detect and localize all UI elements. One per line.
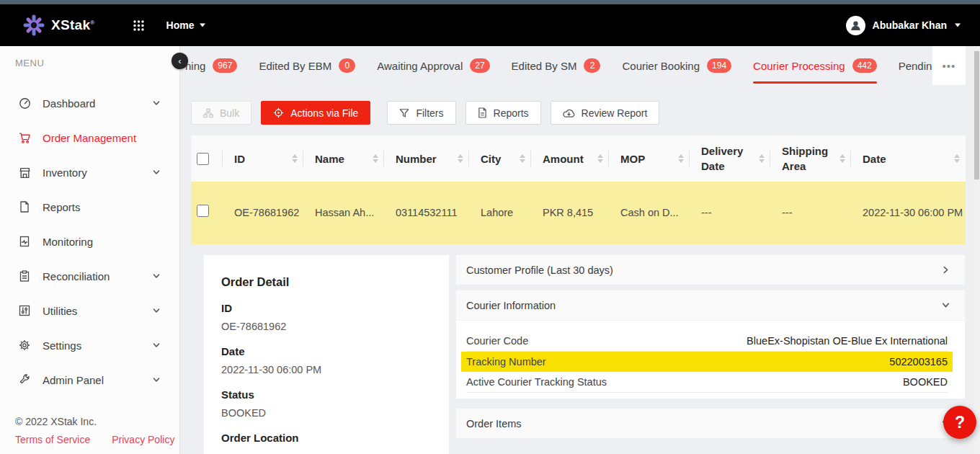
page-scrollbar[interactable] [974,46,980,454]
help-button[interactable]: ? [943,406,976,439]
tab-courier-booking[interactable]: Courier Booking 194 [622,46,731,85]
cell-shipping-area: --- [770,205,851,221]
column-header-delivery-date[interactable]: Delivery Date [690,135,770,182]
sort-icon[interactable] [458,154,463,163]
select-all-checkbox[interactable] [197,153,209,165]
sidebar-item-label: Monitoring [43,236,93,248]
courier-code-row: Courier Code BlueEx-Shopistan OE-Blue Ex… [466,331,948,352]
tab-edited-by-ebm[interactable]: Edited By EBM 0 [259,46,355,85]
user-menu[interactable]: Abubakar Khan [846,16,961,35]
sidebar-item-order-management[interactable]: Order Management [0,120,179,155]
tracking-number-label: Tracking Number [466,356,546,368]
cell-date: 2022-11-30 06:00 PM [851,205,966,221]
sidebar-item-label: Dashboard [43,97,95,110]
tab-edited-by-sm[interactable]: Edited By SM 2 [512,46,601,85]
sort-icon[interactable] [954,154,960,163]
target-icon [273,107,284,118]
xstak-logo-icon [23,14,45,36]
column-header-name[interactable]: Name [303,135,384,182]
scrollbar-thumb[interactable] [974,51,979,179]
tab-truncated[interactable]: ning 967 [185,46,237,85]
chevron-down-icon [152,306,161,315]
sort-icon[interactable] [373,154,378,163]
home-menu[interactable]: Home [166,19,207,31]
column-header-mop[interactable]: MOP [609,135,690,182]
sort-icon[interactable] [597,154,603,163]
filters-button[interactable]: Filters [387,101,455,125]
tab-label: ning [185,60,205,72]
bulk-icon [203,108,213,118]
column-header-date[interactable]: Date [851,135,966,182]
brand-logo[interactable]: XStak® [23,14,95,36]
sort-icon[interactable] [839,154,845,163]
row-checkbox[interactable] [197,205,209,217]
tracking-number-value: 5022003165 [889,356,948,368]
sort-icon[interactable] [292,154,298,163]
sort-icon[interactable] [759,154,765,163]
avatar [846,16,865,35]
sidebar-item-admin-panel[interactable]: Admin Panel [0,362,179,397]
field-value-date: 2022-11-30 06:00 PM [221,364,432,375]
cell-amount: PKR 8,415 [531,205,609,221]
field-label-status: Status [221,388,432,401]
panel-customer-profile[interactable]: Customer Profile (Last 30 days) [455,254,966,285]
column-header-id[interactable]: ID [223,135,303,182]
sidebar-item-utilities[interactable]: Utilities [0,293,179,328]
sort-icon[interactable] [678,154,684,163]
sidebar-item-monitoring[interactable]: Monitoring [0,224,179,259]
sidebar-item-reports[interactable]: Reports [0,190,179,224]
clipboard-icon [18,270,31,282]
menu-label: MENU [15,58,179,68]
actions-via-file-button[interactable]: Actions via File [261,101,370,125]
app-grid-icon[interactable] [133,19,145,32]
actions-via-file-label: Actions via File [290,107,358,119]
sidebar: MENU Dashboard Order Management Inventor… [0,46,180,454]
terms-of-service-link[interactable]: Terms of Service [15,434,90,445]
column-header-shipping-area[interactable]: Shipping Area [770,135,851,182]
column-header-city[interactable]: City [469,135,531,182]
bulk-label: Bulk [220,107,239,119]
panel-courier-information[interactable]: Courier Information [455,290,966,321]
column-header-amount[interactable]: Amount [531,135,609,182]
cloud-download-icon [563,108,575,118]
sidebar-item-reconciliation[interactable]: Reconciliation [0,259,179,293]
privacy-policy-link[interactable]: Privacy Policy [112,434,174,445]
review-report-button[interactable]: Review Report [551,101,660,125]
panel-order-items[interactable]: Order Items [455,408,966,439]
table-row[interactable]: OE-78681962 Hassan Ah... 03114532111 Lah… [191,182,966,244]
reports-button[interactable]: Reports [466,101,541,125]
order-detail-title: Order Detail [221,275,432,289]
tracking-status-value: BOOKED [903,376,948,388]
panel-title: Customer Profile (Last 30 days) [466,264,613,276]
app-header: XStak® Home Abubakar Khan [0,4,980,46]
field-label-order-location: Order Location [221,432,432,444]
chevron-down-icon [955,24,961,27]
tab-awaiting-approval[interactable]: Awaiting Approval 27 [377,46,489,85]
sidebar-collapse-button[interactable]: ‹ [172,53,188,69]
table-header-row: ID Name Number City Amount MOP Delivery … [191,135,966,182]
user-name: Abubakar Khan [873,19,947,31]
main-content: ‹ ning 967 Edited By EBM 0 Awaiting Appr… [180,46,980,454]
bulk-button[interactable]: Bulk [191,101,251,125]
sidebar-item-inventory[interactable]: Inventory [0,155,179,190]
courier-code-label: Courier Code [466,335,528,347]
sidebar-item-dashboard[interactable]: Dashboard [0,86,179,120]
tabs-overflow-button[interactable]: ••• [932,46,966,85]
tab-courier-processing[interactable]: Courier Processing 442 [753,46,877,85]
dashboard-icon [18,97,31,110]
chevron-down-icon [152,99,161,107]
cell-city: Lahore [469,205,531,221]
courier-information-body: Courier Code BlueEx-Shopistan OE-Blue Ex… [455,321,966,399]
courier-code-value: BlueEx-Shopistan OE-Blue Ex Internationa… [747,335,948,347]
cart-icon [18,132,31,144]
field-value-status: BOOKED [221,407,432,419]
review-report-label: Review Report [582,107,648,119]
sidebar-item-settings[interactable]: Settings [0,328,179,362]
column-header-number[interactable]: Number [384,135,469,182]
sidebar-item-label: Admin Panel [43,374,104,386]
sidebar-item-label: Reconciliation [43,270,110,282]
order-panels: Customer Profile (Last 30 days) Courier … [455,254,966,439]
brand-name: XStak® [51,17,95,33]
sort-icon[interactable] [520,154,525,163]
tab-label: Awaiting Approval [377,60,463,72]
